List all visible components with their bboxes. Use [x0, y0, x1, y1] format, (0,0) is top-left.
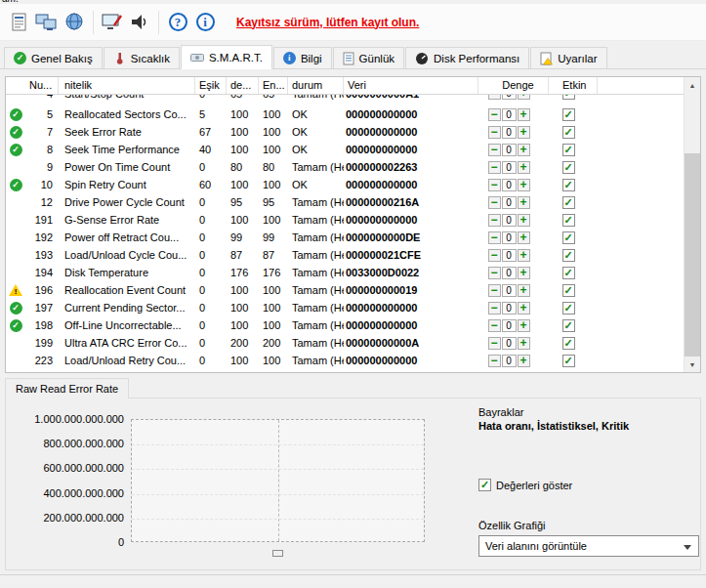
- attr-name: Reallocation Event Count: [59, 284, 195, 296]
- offset-increase-button[interactable]: +: [518, 284, 530, 297]
- offset-decrease-button[interactable]: −: [488, 108, 501, 121]
- offset-decrease-button[interactable]: −: [488, 95, 501, 100]
- offset-increase-button[interactable]: +: [518, 267, 530, 279]
- enabled-checkbox[interactable]: ✓: [562, 249, 575, 262]
- enabled-checkbox[interactable]: ✓: [562, 267, 575, 279]
- table-row[interactable]: ✓7Seek Error Rate67100100OK000000000000−…: [6, 123, 684, 141]
- table-row[interactable]: ✓198Off-Line Uncorrectable...0100100Tama…: [6, 316, 684, 334]
- show-values-checkbox[interactable]: ✓: [478, 479, 491, 491]
- help-icon[interactable]: ?: [164, 9, 191, 36]
- tab-uyar-lar[interactable]: Uyarılar: [530, 47, 606, 68]
- table-row[interactable]: ✓8Seek Time Performance40100100OK0000000…: [6, 141, 684, 158]
- tab-disk-performans-[interactable]: Disk Performansı: [405, 47, 529, 68]
- scroll-down-arrow[interactable]: ▼: [685, 357, 700, 372]
- offset-increase-button[interactable]: +: [518, 302, 530, 315]
- column-header-enabled[interactable]: Etkin: [559, 77, 598, 94]
- enabled-checkbox[interactable]: ✓: [562, 231, 575, 244]
- offset-decrease-button[interactable]: −: [488, 214, 501, 227]
- column-header-data[interactable]: Veri: [344, 77, 478, 94]
- tab-s-cakl-k[interactable]: Sıcaklık: [104, 47, 180, 68]
- enabled-checkbox[interactable]: ✓: [562, 126, 575, 139]
- enabled-checkbox[interactable]: ✓: [562, 161, 575, 174]
- chart-drag-handle[interactable]: [272, 550, 283, 557]
- speaker-icon[interactable]: [126, 9, 153, 36]
- enabled-checkbox[interactable]: ✓: [562, 284, 575, 297]
- offset-increase-button[interactable]: +: [518, 179, 530, 191]
- column-header-offset[interactable]: Denge: [488, 77, 549, 94]
- enabled-checkbox[interactable]: ✓: [562, 144, 575, 156]
- table-row[interactable]: 192Power off Retract Cou...09999Tamam (H…: [6, 229, 684, 246]
- offset-decrease-button[interactable]: −: [488, 231, 501, 244]
- column-header-number[interactable]: Nu...: [6, 77, 59, 94]
- offset-decrease-button[interactable]: −: [488, 319, 501, 332]
- offset-decrease-button[interactable]: −: [488, 196, 501, 209]
- attribute-graph-tab[interactable]: Raw Read Error Rate: [5, 378, 129, 399]
- graph-mode-select[interactable]: Veri alanını görüntüle: [478, 535, 699, 557]
- show-values-option[interactable]: ✓ Değerleri göster: [478, 479, 572, 491]
- enabled-checkbox[interactable]: ✓: [562, 319, 575, 332]
- column-header-status[interactable]: durum: [288, 77, 344, 94]
- network-globe-icon[interactable]: [61, 9, 88, 36]
- table-row[interactable]: 223Load/Unload Retry Cou...0100100Tamam …: [6, 352, 684, 369]
- table-row[interactable]: ✓197Current Pending Sector...0100100Tama…: [6, 299, 684, 316]
- report-icon[interactable]: [6, 9, 33, 36]
- tab-g-nl-k[interactable]: Günlük: [333, 47, 404, 68]
- offset-increase-button[interactable]: +: [518, 196, 530, 209]
- scroll-up-arrow[interactable]: ▲: [685, 77, 700, 93]
- sync-computers-icon[interactable]: [33, 9, 61, 36]
- offset-decrease-button[interactable]: −: [488, 267, 501, 279]
- enabled-checkbox[interactable]: ✓: [562, 302, 575, 315]
- table-row[interactable]: !196Reallocation Event Count0100100Tamam…: [6, 281, 684, 299]
- tab-bilgi[interactable]: iBilgi: [273, 47, 332, 68]
- offset-increase-button[interactable]: +: [518, 126, 530, 139]
- enabled-checkbox[interactable]: ✓: [562, 179, 575, 191]
- table-row[interactable]: 199Ultra ATA CRC Error Co...0200200Tamam…: [6, 334, 684, 352]
- offset-increase-button[interactable]: +: [518, 319, 530, 332]
- offset-decrease-button[interactable]: −: [488, 302, 501, 315]
- enabled-checkbox[interactable]: ✓: [562, 95, 575, 100]
- enabled-checkbox[interactable]: ✓: [562, 108, 575, 121]
- offset-decrease-button[interactable]: −: [488, 355, 501, 367]
- offset-increase-button[interactable]: +: [518, 249, 530, 262]
- register-link[interactable]: Kayıtsız sürüm, lütfen kayıt olun.: [236, 16, 419, 29]
- table-row[interactable]: 191G-Sense Error Rate0100100Tamam (He...…: [6, 211, 684, 229]
- offset-increase-button[interactable]: +: [518, 161, 530, 174]
- table-row[interactable]: ✓10Spin Retry Count60100100OK00000000000…: [6, 176, 684, 193]
- tab-s-m-a-r-t-[interactable]: S.M.A.R.T.: [181, 45, 272, 69]
- table-row[interactable]: 12Drive Power Cycle Count09595Tamam (He.…: [6, 193, 684, 211]
- table-row[interactable]: 194Disk Temperature0176176Tamam (He...00…: [6, 264, 684, 281]
- column-header-attribute[interactable]: nitelik: [59, 77, 195, 94]
- ok-status-icon: ✓: [10, 126, 22, 139]
- offset-increase-button[interactable]: +: [518, 95, 530, 100]
- table-row[interactable]: 193Load/Unload Cycle Cou...08787Tamam (H…: [6, 246, 684, 264]
- offset-increase-button[interactable]: +: [518, 214, 530, 227]
- offset-increase-button[interactable]: +: [518, 337, 530, 350]
- offset-decrease-button[interactable]: −: [488, 337, 501, 350]
- column-header-threshold[interactable]: Eşik: [195, 77, 227, 94]
- offset-decrease-button[interactable]: −: [488, 126, 501, 139]
- offset-decrease-button[interactable]: −: [488, 249, 501, 262]
- table-row[interactable]: 4Start/Stop Count06565Tamam (He...000000…: [6, 95, 684, 105]
- column-header-value[interactable]: de...: [227, 77, 259, 94]
- offset-decrease-button[interactable]: −: [488, 161, 501, 174]
- scrollbar-thumb[interactable]: [685, 153, 700, 357]
- offset-increase-button[interactable]: +: [518, 355, 530, 367]
- offset-decrease-button[interactable]: −: [488, 284, 501, 297]
- monitor-edit-icon[interactable]: [99, 9, 126, 36]
- offset-increase-button[interactable]: +: [518, 108, 530, 121]
- enabled-checkbox[interactable]: ✓: [562, 196, 575, 209]
- attr-threshold: 5: [195, 108, 227, 120]
- table-row[interactable]: 9Power On Time Count08080Tamam (He...000…: [6, 158, 684, 176]
- table-row[interactable]: ✓5Reallocated Sectors Co...5100100OK0000…: [6, 105, 684, 123]
- enabled-checkbox[interactable]: ✓: [562, 355, 575, 367]
- info-icon[interactable]: i: [191, 9, 219, 36]
- column-header-worst[interactable]: En...: [259, 77, 288, 94]
- enabled-checkbox[interactable]: ✓: [562, 214, 575, 227]
- offset-increase-button[interactable]: +: [518, 144, 530, 156]
- offset-increase-button[interactable]: +: [518, 231, 530, 244]
- tab-genel-bak-[interactable]: ✓Genel Bakış: [4, 47, 103, 68]
- enabled-checkbox[interactable]: ✓: [562, 337, 575, 350]
- offset-decrease-button[interactable]: −: [488, 144, 501, 156]
- offset-decrease-button[interactable]: −: [488, 179, 501, 191]
- table-scrollbar[interactable]: ▲ ▼: [684, 77, 700, 372]
